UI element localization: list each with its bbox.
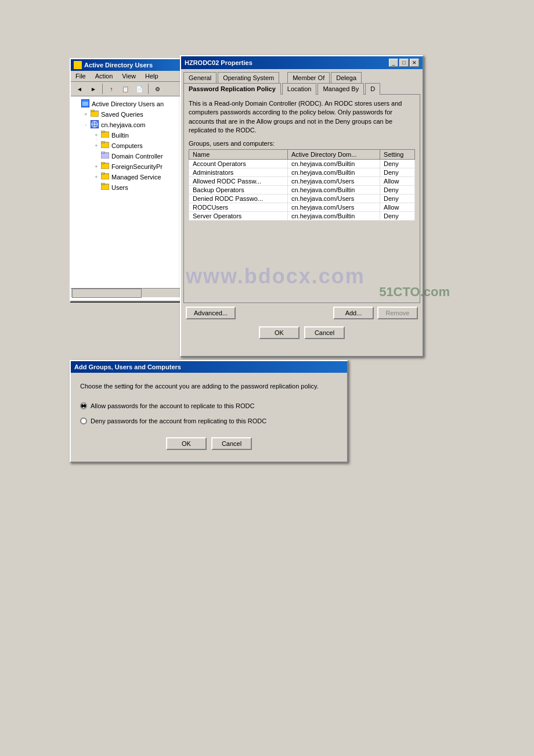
table-cell-setting: Deny <box>380 194 415 203</box>
expander-foreign[interactable]: + <box>92 162 101 171</box>
table-cell-setting: Allow <box>380 203 415 211</box>
expander-users[interactable] <box>92 183 101 192</box>
tabs-container: General Operating System Member Of Deleg… <box>181 69 423 94</box>
main-titlebar: Active Directory Users <box>71 59 185 71</box>
toolbar-sep-1 <box>102 84 103 94</box>
tree-item-builtin[interactable]: + Builtin <box>71 130 185 141</box>
info-text: This is a Read-only Domain Controller (R… <box>189 99 415 135</box>
radio-deny-option[interactable]: Deny passwords for the account from repl… <box>80 417 338 424</box>
add-button[interactable]: Add... <box>333 307 374 319</box>
table-cell-name: Denied RODC Passwo... <box>189 194 288 203</box>
tree-item-dc[interactable]: Domain Controller <box>71 151 185 161</box>
svg-rect-9 <box>101 131 104 132</box>
svg-rect-11 <box>101 141 104 143</box>
properties-title: HZRODC02 Properties <box>185 59 252 66</box>
table-row[interactable]: RODCUserscn.heyjava.com/UsersAllow <box>189 203 415 211</box>
cancel-button[interactable]: Cancel <box>304 326 345 339</box>
table-cell-name: Backup Operators <box>189 185 288 194</box>
tab-delegation[interactable]: Delega <box>331 72 362 83</box>
minimize-button[interactable]: _ <box>389 59 398 67</box>
tree-item-domain[interactable]: - cn.heyjava.com <box>71 120 185 130</box>
properties-button[interactable]: ⚙ <box>151 83 164 95</box>
radio-allow-input[interactable] <box>80 402 87 409</box>
dc-icon <box>101 152 110 161</box>
col-header-setting[interactable]: Setting <box>380 149 415 159</box>
tree-label-dc: Domain Controller <box>111 153 163 160</box>
radio-deny-input[interactable] <box>80 417 87 424</box>
table-row[interactable]: Backup Operatorscn.heyjava.com/BuiltinDe… <box>189 185 415 194</box>
tree-item-root[interactable]: Active Directory Users an <box>71 99 185 109</box>
tab-password-replication[interactable]: Password Replication Policy <box>183 83 281 95</box>
table-row[interactable]: Allowed RODC Passw...cn.heyjava.com/User… <box>189 177 415 185</box>
saved-queries-icon <box>91 110 100 119</box>
scroll-thumb[interactable] <box>72 289 142 298</box>
col-header-domain[interactable]: Active Directory Dom... <box>287 149 380 159</box>
table-row[interactable]: Account Operatorscn.heyjava.com/BuiltinD… <box>189 159 415 168</box>
table-cell-name: Account Operators <box>189 159 288 168</box>
svg-rect-15 <box>101 162 104 164</box>
forward-button[interactable]: ► <box>87 83 100 95</box>
table-cell-name: Allowed RODC Passw... <box>189 177 288 185</box>
tree-item-foreign[interactable]: + ForeignSecurityPr <box>71 161 185 172</box>
svg-rect-19 <box>101 183 104 185</box>
managed-icon <box>101 172 110 182</box>
advanced-button[interactable]: Advanced... <box>186 307 236 319</box>
menu-view[interactable]: View <box>120 72 138 80</box>
tree-label-domain: cn.heyjava.com <box>101 121 145 128</box>
table-cell-domain: cn.heyjava.com/Builtin <box>287 185 380 194</box>
tab-d[interactable]: D <box>365 83 380 95</box>
expander-builtin[interactable]: + <box>92 131 101 140</box>
tree-item-users[interactable]: Users <box>71 182 185 193</box>
menu-file[interactable]: File <box>73 72 88 80</box>
close-button[interactable]: ✕ <box>410 59 419 67</box>
tree-item-managed[interactable]: + Managed Service <box>71 172 185 182</box>
svg-rect-1 <box>82 102 88 106</box>
properties-dialog: HZRODC02 Properties _ □ ✕ General Operat… <box>180 55 424 357</box>
add-cancel-button[interactable]: Cancel <box>211 437 252 450</box>
radio-allow-option[interactable]: Allow passwords for the account to repli… <box>80 402 338 409</box>
tab-location[interactable]: Location <box>282 83 317 95</box>
paste-button[interactable]: 📄 <box>133 83 146 95</box>
horizontal-scrollbar[interactable] <box>71 288 185 297</box>
tree-pane[interactable]: Active Directory Users an + Saved Querie… <box>71 96 185 288</box>
table-cell-setting: Deny <box>380 159 415 168</box>
expander-managed[interactable]: + <box>92 172 101 182</box>
table-cell-domain: cn.heyjava.com/Users <box>287 203 380 211</box>
table-row[interactable]: Denied RODC Passwo...cn.heyjava.com/User… <box>189 194 415 203</box>
up-button[interactable]: ↑ <box>105 83 118 95</box>
tab-member-of[interactable]: Member Of <box>287 72 330 83</box>
tab-os[interactable]: Operating System <box>218 72 279 83</box>
tree-label-builtin: Builtin <box>111 132 129 139</box>
tab-general[interactable]: General <box>183 72 217 83</box>
expander-dc[interactable] <box>92 152 101 161</box>
copy-button[interactable]: 📋 <box>119 83 132 95</box>
expander-root[interactable] <box>72 99 81 109</box>
root-icon <box>81 99 91 109</box>
col-header-name[interactable]: Name <box>189 149 288 159</box>
expander-computers[interactable]: + <box>92 141 101 150</box>
tree-item-computers[interactable]: + Computers <box>71 141 185 151</box>
expander-domain[interactable]: - <box>81 120 91 129</box>
tree-label-computers: Computers <box>111 142 143 149</box>
tab-managed-by[interactable]: Managed By <box>317 83 364 95</box>
add-dialog-buttons: OK Cancel <box>80 433 338 452</box>
tree-label-foreign: ForeignSecurityPr <box>111 163 163 170</box>
back-button[interactable]: ◄ <box>73 83 86 95</box>
table-row[interactable]: Administratorscn.heyjava.com/BuiltinDeny <box>189 168 415 177</box>
table-row[interactable]: Server Operatorscn.heyjava.com/BuiltinDe… <box>189 211 415 220</box>
svg-rect-3 <box>91 110 94 111</box>
menu-help[interactable]: Help <box>143 72 161 80</box>
tabs-row-1: General Operating System Member Of Deleg… <box>183 71 420 82</box>
svg-rect-17 <box>101 172 104 174</box>
menu-action[interactable]: Action <box>93 72 116 80</box>
tabs-row-2: Password Replication Policy Location Man… <box>183 82 420 94</box>
add-ok-button[interactable]: OK <box>166 437 207 450</box>
expander-saved-queries[interactable]: + <box>81 110 91 119</box>
table-cell-setting: Deny <box>380 185 415 194</box>
tree-label-root: Active Directory Users an <box>92 100 164 107</box>
maximize-button[interactable]: □ <box>399 59 409 67</box>
ok-button[interactable]: OK <box>259 326 300 339</box>
add-dialog-titlebar: Add Groups, Users and Computers <box>71 361 347 373</box>
tree-item-saved-queries[interactable]: + Saved Queries <box>71 109 185 120</box>
remove-button[interactable]: Remove <box>377 307 418 319</box>
